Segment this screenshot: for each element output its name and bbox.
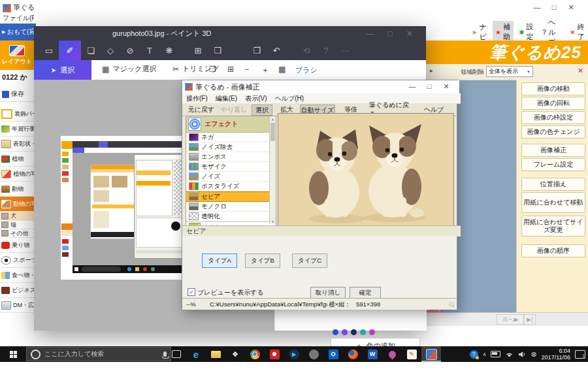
panel-button-image-order[interactable]: 画像の順序: [521, 244, 585, 257]
select-mode-button[interactable]: 選択: [252, 105, 272, 116]
gray-app-button[interactable]: [304, 346, 323, 362]
sidebar-item-business[interactable]: ビジネス: [0, 283, 34, 298]
panel-button-align-position[interactable]: 位置揃え: [521, 178, 585, 191]
red-app-button[interactable]: [265, 346, 284, 362]
tab-front-side[interactable]: ▶ おもて(宛: [0, 24, 36, 41]
layout-button[interactable]: レイアウト: [0, 41, 34, 70]
start-button[interactable]: [0, 346, 26, 362]
copy-icon[interactable]: ❐: [209, 65, 216, 74]
color-swatch[interactable]: [342, 329, 348, 335]
notification-icon[interactable]: 1: [575, 350, 585, 359]
effects-icon[interactable]: ❋: [159, 46, 179, 56]
grid-icon[interactable]: ⊞: [227, 65, 234, 74]
panel-button-resize-to-paper[interactable]: 用紙に合わせてサイズ変更: [521, 216, 585, 237]
cancel-button[interactable]: 取り消し: [310, 287, 346, 299]
paint3d-maximize-icon[interactable]: □: [380, 29, 400, 39]
task-view-button[interactable]: [167, 346, 186, 362]
outlook-button[interactable]: O: [323, 346, 343, 362]
effects-scrollbar[interactable]: ∧ ∨: [269, 116, 276, 224]
history-icon[interactable]: ⟲: [297, 46, 316, 56]
paint3d-close-icon[interactable]: ✕: [400, 29, 419, 39]
sidebar-item-sports[interactable]: スポーツ: [0, 253, 34, 268]
dialog-close-icon[interactable]: ✕: [440, 82, 453, 91]
effect-item-sepia[interactable]: セピア: [186, 191, 270, 202]
media-player-button[interactable]: ▶: [284, 346, 304, 362]
effect-item-transparency[interactable]: 透明化: [186, 212, 270, 221]
color-swatch[interactable]: [369, 329, 375, 335]
sidebar-item-newyear-events[interactable]: 年賀行事: [0, 122, 34, 137]
maps-button[interactable]: [382, 346, 402, 362]
library-3d-icon[interactable]: ❒: [208, 46, 227, 56]
scrollbar-thumb[interactable]: [270, 123, 275, 141]
settings-button[interactable]: ✱設定: [516, 21, 537, 43]
select-tool-button[interactable]: ➤ 選択: [34, 60, 91, 80]
tray-expand-icon[interactable]: ∧: [483, 351, 487, 357]
canvas-icon[interactable]: ⊞: [188, 46, 208, 56]
tray-clock[interactable]: 6:04 2017/11/06: [542, 348, 570, 361]
shapes-3d-icon[interactable]: ◇: [101, 46, 120, 56]
menu-edit[interactable]: 編集(E): [216, 94, 237, 103]
more-icon[interactable]: ⋯: [336, 46, 355, 56]
help-bulb-icon[interactable]: ?: [316, 46, 336, 56]
panel-close-icon[interactable]: ✕: [578, 67, 583, 75]
undo-icon[interactable]: ↶: [267, 46, 286, 56]
battery-icon[interactable]: [491, 351, 500, 357]
type-b-button[interactable]: タイプB: [245, 253, 280, 268]
sidebar-item-deco-parts[interactable]: 装飾パーツ: [0, 106, 34, 122]
color-swatch[interactable]: [333, 329, 338, 335]
fudegurume-menubar[interactable]: ファイル(F) 編集(E): [3, 14, 34, 23]
save-button[interactable]: 保存: [0, 87, 36, 102]
help-tray-icon[interactable]: ?: [470, 350, 478, 359]
taskbar-search[interactable]: ここに入力して検索: [26, 347, 171, 361]
magic-select-button[interactable]: ▦ マジック選択: [102, 64, 156, 74]
panel-button-rotate-image[interactable]: 画像の回転: [521, 97, 585, 110]
fudegurume-taskbar-button[interactable]: [421, 346, 441, 362]
sidebar-subitem-cat[interactable]: 猫: [0, 221, 34, 229]
notepad-button[interactable]: ✎: [402, 346, 421, 362]
menu-help[interactable]: ヘルプ(H): [274, 94, 304, 103]
panel-button-move-image[interactable]: 画像の移動: [521, 82, 585, 95]
effect-item-posterize[interactable]: ポスタライズ: [186, 182, 270, 191]
panel-button-frame-setting[interactable]: フレーム設定: [521, 158, 585, 171]
fudegurume-maximize-icon[interactable]: □: [547, 3, 561, 11]
sidebar-item-certificates[interactable]: 表彰状・のし: [0, 137, 34, 152]
menu-view[interactable]: 表示(V): [245, 94, 267, 103]
confirm-button[interactable]: 確定: [350, 287, 381, 299]
sidebar-item-vehicles[interactable]: 乗り物: [0, 238, 34, 253]
effect-item-noise-removal[interactable]: ノイズ除去: [186, 142, 270, 152]
sidebar-item-animal-photos[interactable]: 動物の写真: [0, 197, 34, 212]
panel-button-move-to-paper[interactable]: 用紙に合わせて移動: [521, 192, 585, 213]
resize-grip[interactable]: [449, 302, 454, 307]
scrollbar-up-icon[interactable]: ∧: [270, 116, 276, 122]
brush-tool-icon[interactable]: ✐: [59, 41, 81, 60]
fudegurume-close-icon[interactable]: ✕: [564, 3, 578, 12]
speaker-icon[interactable]: [518, 351, 526, 358]
sidebar-item-animals[interactable]: 動物: [0, 182, 34, 197]
zoom-in-icon[interactable]: ＋: [261, 65, 269, 76]
region-dropdown[interactable]: 全体を表示 ▼: [486, 66, 533, 77]
sidebar-item-dm-ads[interactable]: DM・広告: [0, 298, 34, 313]
edge-button[interactable]: e: [186, 346, 206, 362]
effect-item-mosaic[interactable]: モザイク: [186, 162, 270, 172]
action-x-icon[interactable]: ⊗: [531, 350, 536, 359]
effect-item-noise[interactable]: ノイズ: [186, 172, 270, 182]
menu-operation[interactable]: 操作(F): [186, 94, 208, 103]
effect-item-monochrome[interactable]: モノクロ: [186, 202, 270, 212]
sidebar-item-plant-photos[interactable]: 植物の写真: [0, 167, 34, 182]
menu-icon[interactable]: ▭: [39, 46, 59, 56]
color-swatch[interactable]: [360, 329, 366, 335]
assist-button[interactable]: ★補助: [493, 21, 514, 43]
wifi-icon[interactable]: [505, 351, 514, 358]
panel-button-image-correction[interactable]: 画像補正: [521, 144, 585, 157]
dropbox-button[interactable]: ❖: [225, 346, 245, 362]
panel-button-color-change[interactable]: 画像の色チェンジ: [521, 125, 585, 139]
paste-icon[interactable]: ❐: [247, 46, 267, 56]
stickers-icon[interactable]: ⊘: [120, 46, 140, 56]
undo-button[interactable]: 元に戻す: [186, 105, 217, 114]
word-button[interactable]: W: [363, 346, 382, 362]
sidebar-subitem-other[interactable]: その他: [0, 229, 34, 238]
shapes-2d-icon[interactable]: ❏: [81, 46, 101, 56]
exit-button[interactable]: ✕終了: [567, 21, 588, 43]
file-explorer-button[interactable]: [206, 346, 225, 362]
type-c-button[interactable]: タイプC: [292, 253, 327, 268]
